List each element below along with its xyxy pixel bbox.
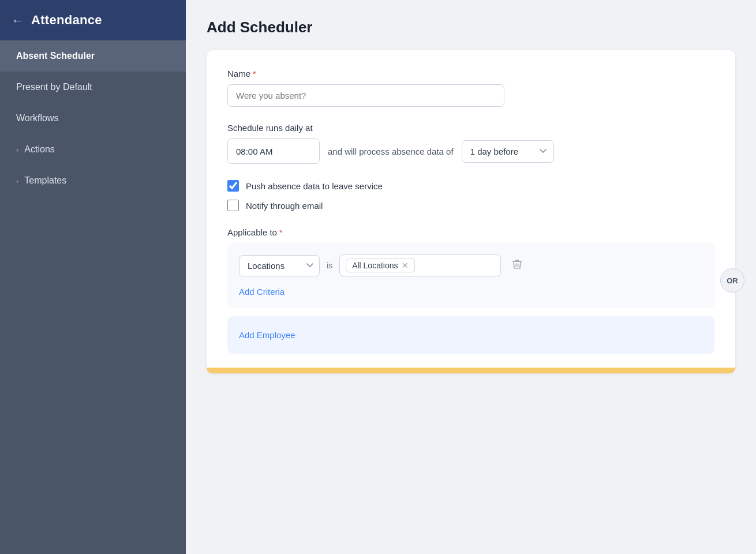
or-badge: OR [720,268,744,293]
sidebar-item-label-actions: Actions [24,144,54,155]
sidebar-item-label-workflows: Workflows [16,113,59,123]
back-icon[interactable]: ← [12,14,23,27]
bottom-bar [207,368,735,373]
criteria-row: Locations Department is All Locations ✕ [239,254,703,276]
criteria-tag-input[interactable]: All Locations ✕ [339,254,501,276]
criteria-field-select[interactable]: Locations Department [239,255,320,276]
page-title: Add Scheduler [207,18,735,36]
delete-criteria-button[interactable] [508,255,526,276]
applicable-label: Applicable to * [227,227,714,237]
employee-box: Add Employee [227,316,714,354]
sidebar-item-present-by-default[interactable]: Present by Default [0,72,186,103]
applicable-wrapper: Locations Department is All Locations ✕ [227,243,714,354]
sidebar-item-absent-scheduler[interactable]: Absent Scheduler [0,40,186,72]
time-input[interactable] [228,141,320,162]
notify-email-checkbox[interactable] [227,200,239,211]
sidebar-item-templates[interactable]: › Templates [0,165,186,196]
criteria-is-text: is [327,261,332,270]
name-label: Name * [227,69,714,78]
sidebar-item-actions[interactable]: › Actions [0,134,186,165]
app-title: Attendance [31,13,102,28]
form-card: Name * Schedule runs daily at ▲ ▼ and wi… [207,50,735,373]
main-content: Add Scheduler Name * Schedule runs daily… [186,0,756,554]
push-absence-checkbox[interactable] [227,180,239,192]
day-before-select[interactable]: 1 day before 2 days before 3 days before [462,140,554,163]
notify-email-label[interactable]: Notify through email [246,201,323,211]
schedule-label: Schedule runs daily at [227,123,714,133]
push-absence-label[interactable]: Push absence data to leave service [246,181,383,191]
criteria-box: Locations Department is All Locations ✕ [227,243,714,308]
checkbox-group: Push absence data to leave service Notif… [227,180,714,211]
name-field-group: Name * [227,69,714,107]
notify-email-row: Notify through email [227,200,714,211]
tag-remove-button[interactable]: ✕ [402,261,409,269]
applicable-required-star: * [279,228,282,237]
name-required-star: * [253,69,256,78]
add-employee-button[interactable]: Add Employee [239,328,295,342]
sidebar-header: ← Attendance [0,0,186,40]
sidebar-item-workflows[interactable]: Workflows [0,103,186,134]
add-criteria-button[interactable]: Add Criteria [239,285,285,299]
criteria-tag-all-locations: All Locations ✕ [346,259,414,272]
applicable-section: Applicable to * Locations Department is [227,227,714,354]
schedule-row: ▲ ▼ and will process absence data of 1 d… [227,138,714,164]
sidebar-item-label-templates: Templates [24,175,66,186]
chevron-icon-templates: › [16,177,18,185]
time-input-wrapper: ▲ ▼ [227,138,320,164]
sidebar: ← Attendance Absent Scheduler Present by… [0,0,186,554]
schedule-middle-text: and will process absence data of [328,147,454,156]
criteria-tag-label: All Locations [352,261,398,270]
trash-icon [511,259,523,270]
push-absence-row: Push absence data to leave service [227,180,714,192]
schedule-field-group: Schedule runs daily at ▲ ▼ and will proc… [227,123,714,164]
sidebar-item-label-absent-scheduler: Absent Scheduler [16,51,95,61]
chevron-icon-actions: › [16,145,18,154]
sidebar-item-label-present-by-default: Present by Default [16,82,92,92]
name-input[interactable] [227,84,504,107]
